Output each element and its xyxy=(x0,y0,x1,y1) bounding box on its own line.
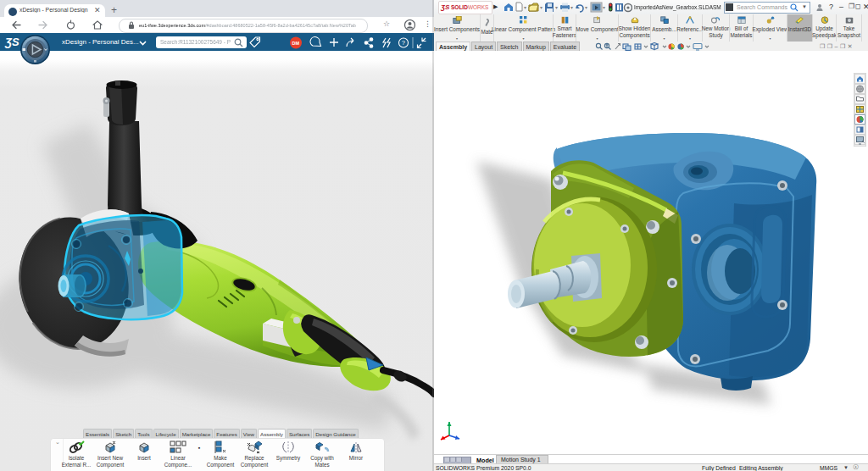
svg-text:?: ? xyxy=(402,39,405,47)
svg-text:▾: ▾ xyxy=(585,5,587,10)
svg-text:▾: ▾ xyxy=(555,5,558,10)
svg-text:▾: ▾ xyxy=(570,5,573,10)
svg-text:▾: ▾ xyxy=(540,5,542,10)
svg-text:DM: DM xyxy=(292,41,300,46)
svg-text:▾: ▾ xyxy=(524,5,526,10)
svg-text:▾: ▾ xyxy=(603,5,605,10)
